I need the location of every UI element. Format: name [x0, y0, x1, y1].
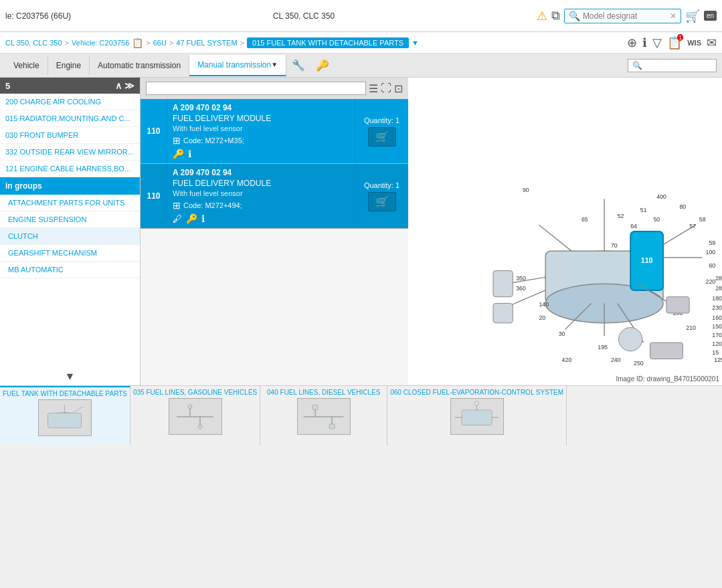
sidebar-group-engine-suspension[interactable]: ENGINE SUSPENSION	[0, 211, 140, 228]
svg-text:282: 282	[715, 285, 722, 292]
sidebar-group-clutch[interactable]: CLUTCH	[0, 228, 140, 245]
part-info-icon[interactable]: ℹ	[201, 213, 205, 224]
sidebar-item-front-bumper[interactable]: 030 FRONT BUMPER	[0, 127, 140, 144]
svg-text:160: 160	[712, 314, 722, 321]
tab-manual-transmission[interactable]: Manual transmission ▼	[189, 55, 286, 76]
bottom-tab-thumb-fuel-lines-gas	[169, 398, 222, 435]
sidebar-group-attachment[interactable]: ATTACHMENT PARTS FOR UNITS	[0, 195, 140, 211]
main-layout: 5 ∧ ≫ 200 CHARGE AIR COOLING 015 RADIATO…	[0, 78, 722, 385]
filter-icon[interactable]: ▽	[652, 35, 662, 50]
sidebar-close-icon[interactable]: ≫	[124, 80, 134, 91]
svg-line-8	[539, 225, 571, 251]
zoom-in-icon[interactable]: ⊕	[627, 35, 637, 50]
breadcrumb-link-fuel-system[interactable]: 47 FUEL SYSTEM	[176, 39, 237, 47]
parts-area: ☰ ⛶ ⊡ 110 A 209 470 02 94 FUEL DELIVERY …	[141, 78, 408, 385]
tab-search-input[interactable]	[645, 61, 712, 70]
svg-text:50: 50	[653, 216, 660, 223]
notes-icon[interactable]: 📋1	[667, 35, 682, 50]
part-name: FUEL DELIVERY MODULE	[173, 114, 349, 123]
vehicle-copy-icon[interactable]: 📋	[132, 37, 143, 48]
breadcrumb-link-model[interactable]: CL 350, CLC 350	[5, 39, 62, 47]
part-name: FUEL DELIVERY MODULE	[173, 179, 349, 188]
sidebar: 5 ∧ ≫ 200 CHARGE AIR COOLING 015 RADIATO…	[0, 78, 141, 385]
svg-point-74	[475, 401, 479, 405]
wis-icon[interactable]: WIS	[687, 39, 701, 47]
bottom-tab-fuel-lines-diesel[interactable]: 040 FUEL LINES, DIESEL VEHICLES	[260, 386, 387, 446]
breadcrumb-dropdown-arrow[interactable]: ▼	[412, 39, 419, 47]
sidebar-collapse-icon[interactable]: ∧	[115, 80, 122, 91]
parts-expand-icon[interactable]: ⛶	[381, 82, 391, 94]
tab-icon-wrench[interactable]: 🔧	[286, 56, 310, 74]
thumb-diagram-1	[39, 401, 90, 435]
cart-icon[interactable]: 🛒	[685, 9, 700, 23]
svg-text:110: 110	[641, 256, 653, 264]
thumb-diagram-3	[298, 400, 349, 433]
part-sub: With fuel level sensor	[173, 124, 349, 132]
sidebar-group-gearshift[interactable]: GEARSHIFT MECHANISM	[0, 245, 140, 262]
tab-icon-key[interactable]: 🔑	[310, 56, 335, 74]
svg-text:150: 150	[712, 323, 722, 330]
warning-icon[interactable]: ⚠	[537, 9, 547, 23]
mail-icon[interactable]: ✉	[707, 35, 717, 50]
bottom-tab-thumb-fuel-tank	[38, 399, 92, 436]
part-info-icon[interactable]: ℹ	[188, 149, 191, 159]
svg-text:59: 59	[709, 239, 715, 246]
code-grid-icon: ⊞	[173, 135, 181, 146]
parts-fullscreen-icon[interactable]: ⊡	[394, 82, 403, 95]
bottom-tab-thumb-fuel-evap	[450, 398, 504, 435]
code-label: Code: M272+M35;	[183, 136, 244, 144]
svg-text:125: 125	[714, 357, 722, 363]
svg-rect-53	[493, 303, 513, 322]
tab-search-box: 🔍	[628, 59, 717, 72]
parts-search-input[interactable]	[146, 82, 366, 95]
part-key-icon[interactable]: 🔑	[186, 213, 197, 224]
search-icon: 🔍	[569, 11, 580, 21]
info-icon[interactable]: ℹ	[642, 35, 647, 50]
sidebar-group-mb-automatic[interactable]: MB AUTOMATIC	[0, 262, 140, 278]
parts-list: 110 A 209 470 02 94 FUEL DELIVERY MODULE…	[141, 99, 408, 385]
svg-text:100: 100	[706, 249, 716, 256]
part-key-icon[interactable]: 🔑	[173, 149, 184, 159]
sidebar-item-radiator[interactable]: 015 RADIATOR,MOUNTING,AND C...	[0, 110, 140, 127]
bottom-tab-fuel-evap[interactable]: 060 CLOSED FUEL-EVAPORATION-CONTROL SYST…	[387, 386, 567, 446]
part-row-qty: Quantity: 1 🛒	[355, 99, 408, 163]
svg-text:195: 195	[598, 344, 608, 351]
part-row-info: A 209 470 02 94 FUEL DELIVERY MODULE Wit…	[167, 99, 355, 163]
svg-line-60	[73, 406, 83, 413]
tab-engine[interactable]: Engine	[48, 56, 90, 76]
sidebar-scroll-btn[interactable]: ▼	[0, 368, 140, 385]
part-sub: With fuel level sensor	[173, 189, 349, 197]
thumb-diagram-2	[170, 400, 220, 433]
breadcrumb-current[interactable]: 015 FUEL TANK WITH DETACHABLE PARTS	[247, 37, 409, 48]
diagram-area: 110 58 100 80 400 60 57 50 59 51 280 282…	[408, 78, 722, 385]
bottom-tab-fuel-tank[interactable]: FUEL TANK WITH DETACHABLE PARTS	[0, 386, 130, 446]
sidebar-item-rear-view[interactable]: 332 OUTSIDE REAR VIEW MIRROR...	[0, 144, 140, 161]
add-to-cart-button[interactable]: 🛒	[368, 192, 396, 211]
svg-point-54	[619, 328, 642, 351]
svg-text:20: 20	[539, 314, 545, 321]
bottom-tab-fuel-lines-gas[interactable]: 035 FUEL LINES, GASOLINE VEHICLES	[130, 386, 260, 446]
add-to-cart-button[interactable]: 🛒	[368, 127, 396, 146]
copy-icon[interactable]: ⧉	[551, 9, 560, 23]
tab-dropdown-arrow: ▼	[271, 61, 278, 68]
sidebar-item-charge-air[interactable]: 200 CHARGE AIR COOLING	[0, 94, 140, 110]
tab-search-icon: 🔍	[632, 61, 642, 70]
svg-text:57: 57	[689, 223, 696, 229]
part-edit-icon[interactable]: 🖋	[173, 213, 182, 224]
breadcrumb-link-vehicle[interactable]: Vehicle: C203756	[72, 39, 129, 47]
svg-text:15: 15	[712, 349, 719, 356]
parts-list-icon[interactable]: ☰	[369, 82, 378, 95]
sidebar-header-number: 5	[5, 81, 10, 91]
sidebar-item-engine-cable[interactable]: 121 ENGINE CABLE HARNESS,BO...	[0, 161, 140, 177]
tab-vehicle[interactable]: Vehicle	[5, 56, 48, 76]
clear-search-icon[interactable]: ✕	[670, 11, 676, 21]
language-badge[interactable]: en	[704, 11, 717, 21]
part-row-number: 110	[141, 99, 167, 163]
breadcrumb-link-66u[interactable]: 66U	[153, 39, 167, 47]
search-box: 🔍 ✕	[564, 9, 681, 23]
tab-automatic-transmission[interactable]: Automatic transmission	[90, 56, 189, 76]
toolbar-icons: ⊕ ℹ ▽ 📋1 WIS ✉	[627, 35, 717, 50]
search-input[interactable]	[583, 11, 670, 21]
model-label: CL 350, CLC 350	[76, 11, 531, 21]
sidebar-scroll-down-icon[interactable]: ▼	[65, 371, 76, 383]
